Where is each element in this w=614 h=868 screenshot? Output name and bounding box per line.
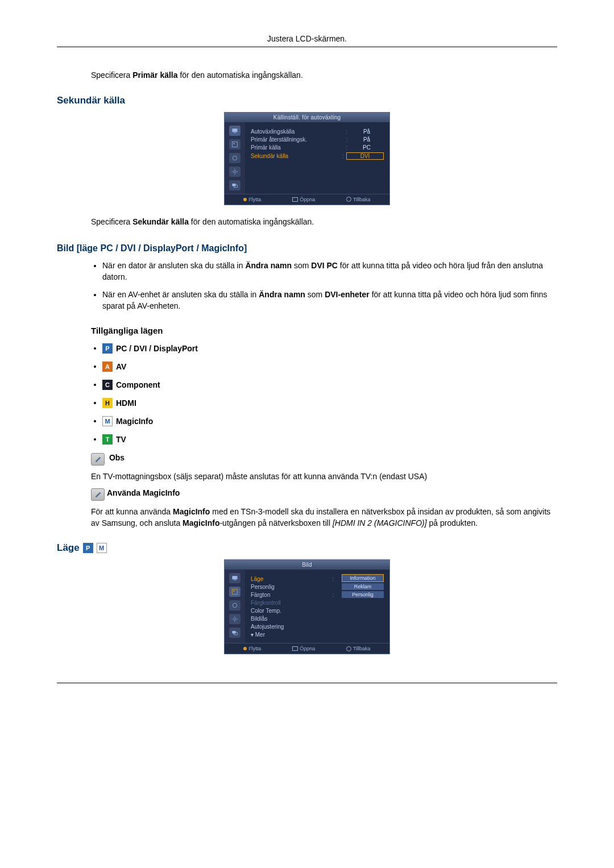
svg-rect-1 <box>234 132 237 133</box>
move-icon <box>243 198 247 201</box>
picture-icon <box>229 139 240 149</box>
osd-value-selected: DVI <box>346 152 384 160</box>
osd-label: Color Temp. <box>251 608 336 614</box>
gear-icon <box>229 167 240 177</box>
secondary-desc: Specificera Sekundär källa för den autom… <box>91 217 557 228</box>
badge-h-icon: H <box>102 398 113 408</box>
osd-main: Autoväxlingskälla:På Primär återställnin… <box>245 122 389 194</box>
open-icon <box>292 646 298 651</box>
text: För att kunna använda <box>91 507 173 516</box>
svg-point-13 <box>234 618 237 621</box>
text: på produkten. <box>427 518 478 528</box>
mode-label: PC / DVI / DisplayPort <box>116 344 198 353</box>
osd-label: Primär källa <box>251 144 344 151</box>
text-bold: Sekundär källa <box>132 217 189 226</box>
page-footer-rule <box>57 683 557 683</box>
svg-rect-8 <box>233 576 238 580</box>
svg-point-5 <box>234 170 237 173</box>
text: som <box>292 261 311 270</box>
heading-sekundar: Sekundär källa <box>57 95 557 106</box>
badge-c-icon: C <box>102 380 113 390</box>
use-mi-label: Använda MagicInfo <box>107 488 180 497</box>
back-icon <box>346 197 351 202</box>
text-bold: MagicInfo <box>173 507 210 516</box>
osd-footer: Flytta Öppna Tillbaka <box>225 643 389 654</box>
osd-option-selected: Information <box>342 574 384 582</box>
heading-lage: Läge P M <box>57 542 557 554</box>
obs-text: En TV-mottagningsbox (säljs separat) mås… <box>91 471 557 483</box>
text-bold: DVI PC <box>311 261 338 270</box>
svg-point-12 <box>233 604 237 608</box>
sound-icon <box>229 153 240 163</box>
mode-label: TV <box>116 435 126 444</box>
input-icon <box>229 573 240 583</box>
text-bold: DVI-enheter <box>325 290 370 299</box>
mode-item: P PC / DVI / DisplayPort <box>102 343 557 354</box>
osd-label: Färgton <box>251 592 330 598</box>
badge-p-icon: P <box>83 543 93 553</box>
osd-label: Sekundär källa <box>251 153 341 159</box>
input-icon <box>229 126 240 136</box>
text: -utgången på nätverksboxen till <box>219 518 332 528</box>
footer-open: Öppna <box>300 197 315 202</box>
note-icon <box>91 488 105 501</box>
mode-item: M MagicInfo <box>102 416 557 426</box>
list-item: När en dator är ansluten ska du ställa i… <box>102 260 557 283</box>
text-bold: MagicInfo <box>182 518 219 528</box>
osd-label: Läge <box>251 576 330 582</box>
mode-label: Component <box>116 380 160 389</box>
open-icon <box>292 197 298 202</box>
heading-modes: Tillgängliga lägen <box>91 326 557 335</box>
badge-m-icon: M <box>97 543 107 553</box>
svg-point-3 <box>233 143 234 144</box>
osd-label: Autojustering <box>251 624 336 630</box>
mode-label: MagicInfo <box>116 417 153 426</box>
footer-back: Tillbaka <box>353 197 371 202</box>
osd-label: Bildlås <box>251 616 336 622</box>
mode-item: H HDMI <box>102 398 557 408</box>
footer-move: Flytta <box>248 197 261 202</box>
osd-title: Källinställ. för autoväxling <box>225 113 389 122</box>
osd-autoswitch: Källinställ. för autoväxling Autoväxling… <box>224 112 390 205</box>
osd-label: Personlig <box>251 584 336 590</box>
mode-label: HDMI <box>116 398 136 408</box>
osd-option: Reklam <box>342 583 384 590</box>
gear-icon <box>229 614 240 624</box>
note-icon <box>91 453 105 466</box>
sound-icon <box>229 600 240 610</box>
osd-label: Autoväxlingskälla <box>251 128 344 135</box>
magicinfo-text: För att kunna använda MagicInfo med en T… <box>91 506 557 529</box>
badge-t-icon: T <box>102 434 113 445</box>
osd-option: Personlig <box>342 591 384 598</box>
osd-sidebar <box>225 570 245 643</box>
move-icon <box>243 647 247 650</box>
text: för den automatiska ingångskällan. <box>189 217 314 226</box>
badge-p-icon: P <box>102 343 113 354</box>
back-icon <box>346 646 351 651</box>
osd-sidebar <box>225 122 245 194</box>
osd-label-disabled: Färgkontroll <box>251 600 336 606</box>
text-bold: Primär källa <box>132 70 177 80</box>
footer-back: Tillbaka <box>353 646 371 651</box>
use-magicinfo-heading: Använda MagicInfo <box>91 488 557 501</box>
picture-icon <box>229 587 240 597</box>
heading-bild-mode: Bild [läge PC / DVI / DisplayPort / Magi… <box>57 243 557 254</box>
multi-icon <box>229 628 240 638</box>
osd-value: På <box>350 128 384 135</box>
badge-m-icon: M <box>102 416 113 426</box>
text: för den automatiska ingångskällan. <box>178 70 303 80</box>
svg-rect-0 <box>233 128 238 132</box>
mode-label: AV <box>116 362 126 371</box>
osd-label: Primär återställningsk. <box>251 136 344 143</box>
text: Specificera <box>91 217 132 226</box>
text: När en AV-enhet är ansluten ska du ställ… <box>102 290 259 299</box>
osd-title: Bild <box>225 560 389 570</box>
osd-main: Läge: Personlig Färgton: Färgkontroll Co… <box>245 570 389 643</box>
page-header: Justera LCD-skärmen. <box>57 34 557 47</box>
primary-desc: Specificera Primär källa för den automat… <box>91 70 557 81</box>
badge-a-icon: A <box>102 362 113 372</box>
svg-point-11 <box>233 591 234 592</box>
multi-icon <box>229 180 240 190</box>
text: När en dator är ansluten ska du ställa i… <box>102 261 245 270</box>
mode-item: A AV <box>102 362 557 372</box>
